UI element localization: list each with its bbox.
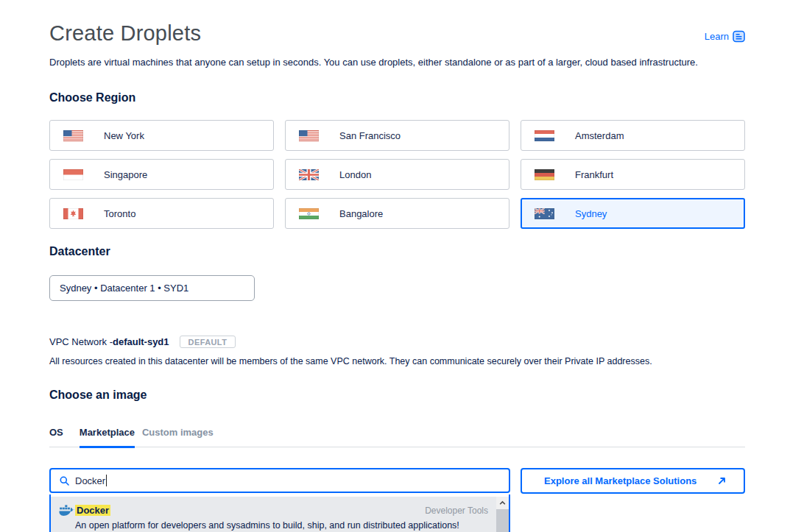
result-category: Developer Tools (425, 506, 488, 516)
flag-us-icon (299, 130, 319, 141)
vpc-description: All resources created in this datacenter… (49, 356, 652, 366)
learn-link[interactable]: Learn (705, 30, 745, 43)
flag-us-icon (63, 130, 83, 141)
region-label: Toronto (104, 208, 135, 219)
tutorial-icon (733, 30, 745, 43)
flag-gb-icon (299, 169, 319, 180)
learn-link-label: Learn (705, 31, 729, 42)
region-button-london[interactable]: London (285, 159, 509, 190)
result-row-docker[interactable]: DockerDeveloper ToolsAn open platform fo… (51, 497, 509, 532)
region-button-san-francisco[interactable]: San Francisco (285, 120, 509, 151)
search-input-value: Docker (75, 475, 105, 486)
vpc-network-label: VPC Network - (49, 336, 113, 347)
text-caret (106, 475, 107, 486)
region-button-new-york[interactable]: New York (49, 120, 274, 151)
tab-os[interactable]: OS (49, 427, 63, 447)
result-description: An open platform for developers and sysa… (75, 520, 459, 531)
region-label: Sydney (575, 208, 607, 219)
choose-region-heading: Choose Region (49, 91, 135, 104)
region-label: Bangalore (339, 208, 383, 219)
flag-in-icon (299, 208, 319, 219)
datacenter-selected-value: Sydney • Datacenter 1 • SYD1 (60, 283, 188, 294)
datacenter-heading: Datacenter (49, 245, 110, 258)
explore-marketplace-button[interactable]: Explore all Marketplace Solutions (521, 468, 745, 494)
external-arrow-icon (718, 477, 726, 485)
tab-marketplace[interactable]: Marketplace (80, 427, 135, 447)
flag-sg-icon (63, 169, 83, 180)
search-results-dropdown: DockerDeveloper ToolsAn open platform fo… (49, 494, 510, 532)
result-name: Docker (75, 505, 110, 516)
docker-logo-icon (59, 505, 75, 517)
default-badge: DEFAULT (180, 336, 236, 348)
flag-de-icon (535, 169, 554, 180)
image-tabs: OSMarketplaceCustom images (49, 427, 745, 447)
region-button-singapore[interactable]: Singapore (49, 159, 274, 190)
vpc-network-name: default-syd1 (113, 336, 169, 347)
region-label: San Francisco (339, 130, 401, 141)
scroll-up-button[interactable] (496, 497, 509, 509)
region-label: Frankfurt (575, 169, 613, 180)
scrollbar-thumb[interactable] (496, 509, 509, 532)
region-label: London (339, 169, 371, 180)
explore-marketplace-label: Explore all Marketplace Solutions (544, 475, 696, 486)
region-grid: New YorkSan FranciscoAmsterdamSingaporeL… (49, 120, 745, 229)
search-icon (60, 476, 69, 486)
page-title: Create Droplets (49, 21, 201, 46)
page-subtitle: Droplets are virtual machines that anyon… (49, 57, 698, 68)
region-button-sydney[interactable]: Sydney (521, 198, 745, 229)
tab-custom-images[interactable]: Custom images (142, 427, 214, 447)
region-label: Amsterdam (575, 130, 624, 141)
region-button-bangalore[interactable]: Bangalore (285, 198, 509, 229)
datacenter-select[interactable]: Sydney • Datacenter 1 • SYD1 (49, 275, 255, 301)
flag-nl-icon (535, 130, 554, 141)
region-button-amsterdam[interactable]: Amsterdam (521, 120, 745, 151)
marketplace-search-input[interactable]: Docker (49, 468, 510, 493)
region-button-toronto[interactable]: Toronto (49, 198, 274, 229)
region-label: Singapore (104, 169, 147, 180)
region-button-frankfurt[interactable]: Frankfurt (521, 159, 745, 190)
flag-au-icon (535, 208, 554, 219)
flag-ca-icon (63, 208, 83, 219)
choose-image-heading: Choose an image (49, 389, 147, 402)
vpc-network-row: VPC Network - default-syd1 DEFAULT (49, 336, 236, 348)
region-label: New York (104, 130, 144, 141)
dropdown-scrollbar[interactable] (496, 497, 509, 532)
